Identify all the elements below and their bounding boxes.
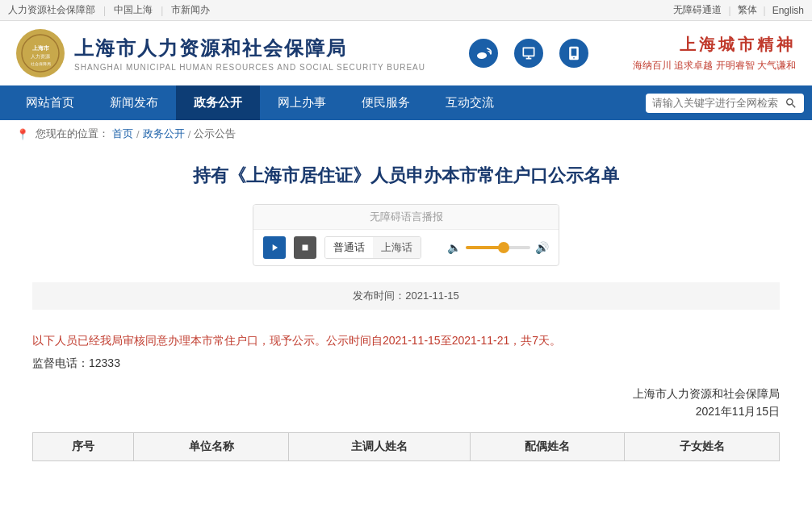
body-to: 至 xyxy=(441,334,452,347)
signature: 上海市人力资源和社会保障局 xyxy=(32,387,780,402)
main-nav: 网站首页 新闻发布 政务公开 网上办事 便民服务 互动交流 xyxy=(0,85,812,120)
nav-item-online[interactable]: 网上办事 xyxy=(260,85,344,120)
search-icon xyxy=(785,97,797,110)
link-accessibility[interactable]: 无障碍通道 xyxy=(673,3,722,17)
link-shanghai[interactable]: 中国上海 xyxy=(114,3,153,17)
header-social-icons xyxy=(469,39,588,68)
col-header-unit: 单位名称 xyxy=(134,433,289,461)
stop-icon xyxy=(299,242,311,253)
monitor-icon[interactable] xyxy=(514,39,543,68)
breadcrumb-current: 公示公告 xyxy=(194,127,236,141)
svg-point-0 xyxy=(22,35,59,72)
breadcrumb: 📍 您现在的位置： 首页 / 政务公开 / 公示公告 xyxy=(0,120,812,148)
audio-play-button[interactable] xyxy=(263,236,286,259)
volume-low-icon: 🔈 xyxy=(447,241,461,254)
audio-stop-button[interactable] xyxy=(294,236,316,259)
phone-number: 12333 xyxy=(89,356,120,369)
publish-bar: 发布时间：2021-11-15 xyxy=(32,282,780,310)
nav-item-zhengwu[interactable]: 政务公开 xyxy=(176,85,260,120)
page-title: 持有《上海市居住证》人员申办本市常住户口公示名单 xyxy=(32,164,780,188)
table-header-row: 序号 单位名称 主调人姓名 配偶姓名 子女姓名 xyxy=(33,433,780,461)
svg-text:上海市: 上海市 xyxy=(32,44,50,51)
nav-item-news[interactable]: 新闻发布 xyxy=(92,85,176,120)
header: 上海市 人力资源 社会保障局 上海市人力资源和社会保障局 SHANGHAI MU… xyxy=(0,21,812,85)
city-spirit-title: 上海城市精神 xyxy=(633,34,796,56)
mobile-icon[interactable] xyxy=(559,39,588,68)
weibo-icon[interactable] xyxy=(469,39,498,68)
logo-icon: 上海市 人力资源 社会保障局 xyxy=(16,29,65,77)
table-header: 序号 单位名称 主调人姓名 配偶姓名 子女姓名 xyxy=(33,433,780,461)
search-input[interactable] xyxy=(652,97,781,109)
play-icon xyxy=(269,242,280,253)
nav-item-home[interactable]: 网站首页 xyxy=(8,85,92,120)
audio-widget-controls: 普通话 上海话 🔈 🔊 xyxy=(253,230,559,265)
body-date-end: 2021-11-21 xyxy=(452,334,510,347)
svg-text:社会保障局: 社会保障局 xyxy=(31,61,51,66)
body-text: 以下人员已经我局审核同意办理本市常住户口，现予公示。公示时间自2021-11-1… xyxy=(32,329,780,374)
header-left: 上海市 人力资源 社会保障局 上海市人力资源和社会保障局 SHANGHAI MU… xyxy=(16,29,425,77)
top-bar-right: 无障碍通道 | 繁体 | English xyxy=(673,3,804,17)
audio-tabs: 普通话 上海话 xyxy=(324,236,421,259)
nav-item-interaction[interactable]: 互动交流 xyxy=(428,85,512,120)
col-header-applicant: 主调人姓名 xyxy=(288,433,470,461)
audio-tab-shanghaihua[interactable]: 上海话 xyxy=(373,237,421,258)
volume-high-icon: 🔊 xyxy=(535,241,549,254)
body-intro: 以下人员已经我局审核同意办理本市常住户口，现予公示。公示时间自 xyxy=(32,334,383,347)
search-bar xyxy=(646,94,804,113)
breadcrumb-zhengwu[interactable]: 政务公开 xyxy=(143,127,185,141)
link-news-office[interactable]: 市新闻办 xyxy=(171,3,210,17)
location-icon: 📍 xyxy=(16,128,29,140)
logo-text: 上海市人力资源和社会保障局 SHANGHAI MUNICIPAL HUMAN R… xyxy=(74,35,425,72)
publish-label: 发布时间： xyxy=(353,290,405,302)
phone-label: 监督电话： xyxy=(32,356,89,369)
top-bar: 人力资源社会保障部 | 中国上海 | 市新闻办 无障碍通道 | 繁体 | Eng… xyxy=(0,0,812,21)
col-header-child: 子女姓名 xyxy=(625,433,780,461)
col-header-index: 序号 xyxy=(33,433,134,461)
audio-slider-area: 🔈 🔊 xyxy=(447,241,549,254)
sign-date: 2021年11月15日 xyxy=(32,405,780,419)
main-content: 持有《上海市居住证》人员申办本市常住户口公示名单 无障碍语言播报 普通话 上海话… xyxy=(0,148,812,477)
top-bar-left: 人力资源社会保障部 | 中国上海 | 市新闻办 xyxy=(8,3,210,17)
city-spirit-sub: 海纳百川 追求卓越 开明睿智 大气谦和 xyxy=(633,59,796,73)
volume-slider[interactable] xyxy=(466,246,530,249)
col-header-spouse: 配偶姓名 xyxy=(470,433,625,461)
link-traditional[interactable]: 繁体 xyxy=(738,3,757,17)
data-table: 序号 单位名称 主调人姓名 配偶姓名 子女姓名 xyxy=(32,432,780,461)
svg-text:人力资源: 人力资源 xyxy=(31,54,50,59)
nav-item-service[interactable]: 便民服务 xyxy=(344,85,428,120)
body-date-start: 2021-11-15 xyxy=(383,334,441,347)
audio-widget: 无障碍语言播报 普通话 上海话 🔈 🔊 xyxy=(253,204,559,266)
breadcrumb-home[interactable]: 首页 xyxy=(112,127,133,141)
org-title-en: SHANGHAI MUNICIPAL HUMAN RESOURCES AND S… xyxy=(74,63,425,72)
search-button[interactable] xyxy=(785,97,797,110)
publish-date: 2021-11-15 xyxy=(405,290,459,302)
header-city-spirit: 上海城市精神 海纳百川 追求卓越 开明睿智 大气谦和 xyxy=(633,34,796,73)
audio-widget-title: 无障碍语言播报 xyxy=(253,205,559,230)
link-hrss[interactable]: 人力资源社会保障部 xyxy=(8,3,95,17)
audio-tab-putonghua[interactable]: 普通话 xyxy=(325,237,373,258)
breadcrumb-location-label: 您现在的位置： xyxy=(36,127,109,141)
body-suffix: ，共7天。 xyxy=(509,334,561,347)
org-title-cn: 上海市人力资源和社会保障局 xyxy=(74,35,425,61)
link-english[interactable]: English xyxy=(772,5,804,16)
